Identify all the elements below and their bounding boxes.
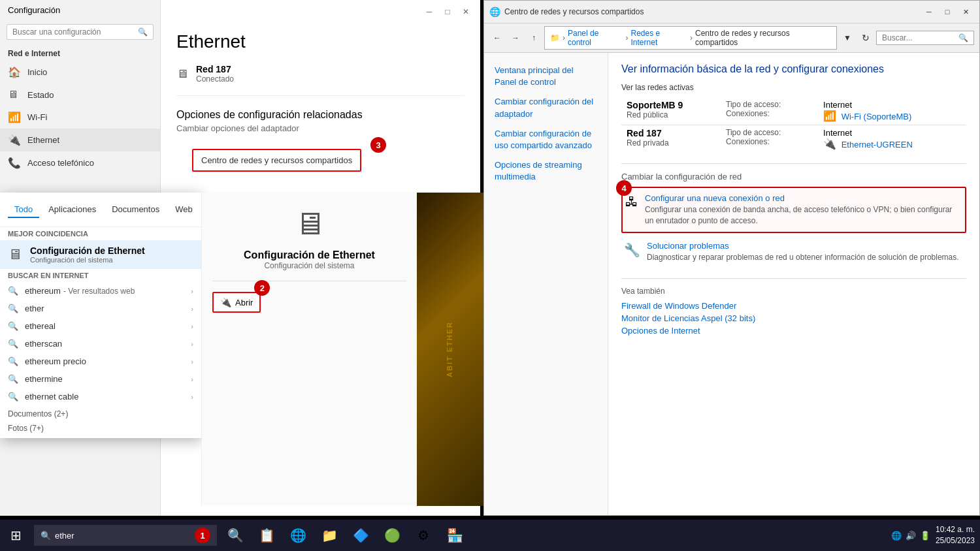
settings-nav-inicio[interactable]: 🏠 Inicio bbox=[0, 61, 160, 84]
taskbar-clock[interactable]: 10:42 a. m. 25/05/2023 bbox=[936, 524, 980, 546]
conn-val-1[interactable]: Ethernet-UGREEN bbox=[841, 140, 913, 150]
tab-all[interactable]: Todo bbox=[8, 202, 39, 218]
settings-nav-telefono[interactable]: 📞 Acceso telefónico bbox=[0, 151, 160, 174]
settings-search-box[interactable]: 🔍 bbox=[7, 24, 154, 40]
start-button[interactable]: ⊞ bbox=[0, 520, 31, 551]
internet-item-6[interactable]: 🔍 ethernet cable › bbox=[0, 388, 201, 405]
taskbar-app-store[interactable]: 🏪 bbox=[440, 521, 469, 550]
network-icon: 🖥 bbox=[176, 67, 188, 81]
troubleshoot-item[interactable]: 🔧 Solucionar problemas Diagnosticar y re… bbox=[621, 236, 966, 268]
settings-title: Configuración bbox=[8, 5, 60, 15]
new-connection-item[interactable]: 🖧 Configurar una nueva conexión o red Co… bbox=[621, 187, 966, 233]
taskbar-search-input[interactable] bbox=[55, 531, 187, 541]
search-tabs: Todo Aplicaciones Documentos Web Más ▾ 9… bbox=[0, 193, 201, 227]
step2-badge: 2 bbox=[254, 280, 270, 296]
network-maximize-btn[interactable]: □ bbox=[939, 5, 956, 19]
sidebar-streaming[interactable]: Opciones de streaming multimedia bbox=[484, 155, 608, 187]
taskbar: ⊞ 🔍 1 🔍 📋 🌐 📁 🔷 🟢 ⚙ 🏪 🌐 🔊 🔋 10:42 a. m. … bbox=[0, 520, 980, 551]
internet-item-5[interactable]: 🔍 ethermine › bbox=[0, 370, 201, 388]
home-icon: 🏠 bbox=[8, 66, 21, 78]
ethernet-icon: 🔌 bbox=[8, 134, 21, 146]
network-center-window: 🌐 Centro de redes y recursos compartidos… bbox=[483, 0, 980, 516]
sidebar-cambiar-compartido[interactable]: Cambiar configuración de uso compartido … bbox=[484, 124, 608, 155]
breadcrumb-redes-internet[interactable]: Redes e Internet bbox=[631, 29, 687, 47]
settings-search-input[interactable] bbox=[12, 27, 138, 37]
tab-apps[interactable]: Aplicaciones bbox=[42, 202, 103, 218]
change-config-section: Cambiar la configuración de red 🖧 Config… bbox=[621, 172, 966, 268]
vea-link-2[interactable]: Opciones de Internet bbox=[621, 326, 966, 336]
detail-name: Configuración de Ethernet bbox=[212, 249, 406, 261]
internet-section-label: Buscar en Internet bbox=[0, 269, 201, 282]
internet-item-2[interactable]: 🔍 ethereal › bbox=[0, 317, 201, 335]
detail-ethernet-icon: 🖥 bbox=[212, 206, 406, 242]
nav-forward-btn[interactable]: → bbox=[508, 31, 523, 45]
troubleshoot-name[interactable]: Solucionar problemas bbox=[647, 241, 959, 251]
minimize-button[interactable]: ─ bbox=[423, 5, 436, 18]
settings-nav-estado[interactable]: 🖥 Estado bbox=[0, 84, 160, 106]
nav-refresh-btn[interactable]: ↻ bbox=[858, 31, 874, 45]
settings-search-icon: 🔍 bbox=[138, 27, 148, 37]
settings-nav-estado-label: Estado bbox=[27, 90, 54, 100]
tray-network-icon[interactable]: 🌐 bbox=[891, 531, 902, 541]
network-sidebar: Ventana principal del Panel de control C… bbox=[484, 53, 608, 515]
vea-link-1[interactable]: Monitor de Licencias Aspel (32 bits) bbox=[621, 313, 966, 323]
taskbar-app-browser[interactable]: 🌐 bbox=[284, 521, 312, 550]
best-match-name: Configuración de Ethernet bbox=[30, 245, 145, 256]
new-connection-name[interactable]: Configurar una nueva conexión o red bbox=[645, 193, 962, 203]
nav-dropdown-btn[interactable]: ▼ bbox=[840, 31, 855, 45]
tab-docs[interactable]: Documentos bbox=[105, 202, 166, 218]
settings-titlebar: Configuración bbox=[0, 0, 160, 20]
access-val-0: Internet bbox=[823, 100, 961, 110]
internet-item-1[interactable]: 🔍 ether › bbox=[0, 300, 201, 317]
search-icon-5: 🔍 bbox=[8, 374, 18, 384]
change-config-title: Cambiar la configuración de red bbox=[621, 172, 966, 181]
best-match-sub: Configuración del sistema bbox=[30, 256, 145, 264]
taskbar-app-chrome[interactable]: 🟢 bbox=[378, 521, 406, 550]
centro-redes-button[interactable]: Centro de redes y recursos compartidos bbox=[192, 149, 361, 172]
taskbar-search-area[interactable]: 🔍 1 bbox=[34, 525, 217, 546]
net-type-1: Red privada bbox=[627, 138, 715, 148]
nav-search-icon: 🔍 bbox=[958, 33, 968, 42]
taskbar-app-taskview[interactable]: 📋 bbox=[252, 521, 281, 550]
nav-search-input[interactable] bbox=[882, 33, 958, 42]
tray-battery-icon[interactable]: 🔋 bbox=[920, 531, 930, 541]
settings-nav-wifi[interactable]: 📶 Wi-Fi bbox=[0, 106, 160, 129]
internet-item-0[interactable]: 🔍 ethereum - Ver resultados web › bbox=[0, 282, 201, 300]
maximize-button[interactable]: □ bbox=[441, 5, 454, 18]
close-button[interactable]: ✕ bbox=[459, 5, 472, 18]
taskbar-app-settings[interactable]: ⚙ bbox=[409, 521, 438, 550]
tab-web[interactable]: Web bbox=[169, 202, 199, 218]
taskbar-app-search[interactable]: 🔍 bbox=[221, 521, 250, 550]
network-minimize-btn[interactable]: ─ bbox=[921, 5, 938, 19]
clock-date: 25/05/2023 bbox=[936, 535, 975, 546]
edge-icon: 🔷 bbox=[353, 527, 369, 543]
settings-nav-ethernet[interactable]: 🔌 Ethernet bbox=[0, 129, 160, 151]
best-match-item[interactable]: 🖥 Configuración de Ethernet Configuració… bbox=[0, 240, 201, 269]
ethernet-network-item: 🖥 Red 187 Conectado bbox=[161, 57, 480, 90]
nav-search-box[interactable]: 🔍 bbox=[876, 31, 974, 45]
wifi-icon: 📶 bbox=[8, 111, 21, 123]
active-networks-label: Ver las redes activas bbox=[621, 83, 966, 92]
vea-link-0[interactable]: Firewall de Windows Defender bbox=[621, 301, 966, 311]
divider bbox=[621, 163, 966, 164]
tray-volume-icon[interactable]: 🔊 bbox=[906, 531, 916, 541]
sidebar-cambiar-adaptador[interactable]: Cambiar configuración del adaptador bbox=[484, 92, 608, 123]
search-detail-panel: 🖥 Configuración de Ethernet Configuració… bbox=[201, 193, 417, 506]
nav-back-btn[interactable]: ← bbox=[489, 31, 505, 45]
settings-nav-telefono-label: Acceso telefónico bbox=[27, 158, 94, 168]
network-body: Ventana principal del Panel de control C… bbox=[484, 53, 979, 515]
open-button[interactable]: 🔌 Abrir bbox=[212, 292, 261, 313]
arrow-1: › bbox=[191, 305, 193, 313]
docs-label: Documentos (2+) bbox=[0, 405, 201, 422]
taskbar-app-edge[interactable]: 🔷 bbox=[346, 521, 375, 550]
internet-item-4[interactable]: 🔍 ethereum precio › bbox=[0, 353, 201, 370]
best-match-label: Mejor coincidencia bbox=[0, 227, 201, 240]
nav-up-btn[interactable]: ↑ bbox=[526, 31, 542, 45]
conn-val-0[interactable]: Wi-Fi (SoporteMB) bbox=[841, 112, 912, 121]
sidebar-ventana-principal[interactable]: Ventana principal del Panel de control bbox=[484, 61, 608, 92]
breadcrumb-panel-control[interactable]: Panel de control bbox=[568, 29, 623, 47]
taskbar-app-explorer[interactable]: 📁 bbox=[315, 521, 344, 550]
network-close-btn[interactable]: ✕ bbox=[957, 5, 974, 19]
bg-text: ABIT ETHER bbox=[446, 321, 453, 377]
internet-item-3[interactable]: 🔍 etherscan › bbox=[0, 335, 201, 353]
